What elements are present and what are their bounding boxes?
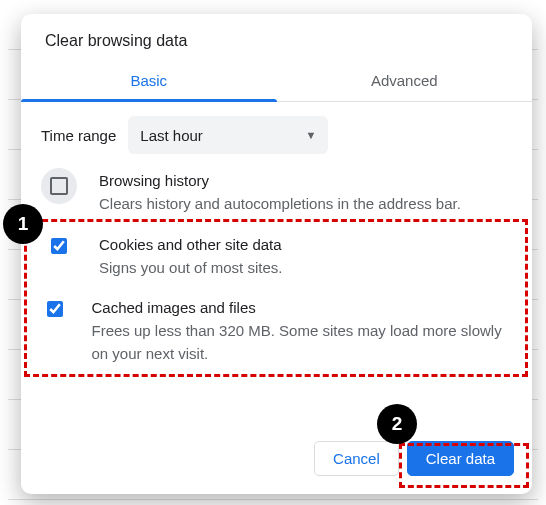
- option-browsing-history: Browsing history Clears history and auto…: [41, 172, 512, 216]
- clear-data-button[interactable]: Clear data: [407, 441, 514, 476]
- tabs: Basic Advanced: [21, 62, 532, 102]
- tab-advanced[interactable]: Advanced: [277, 62, 533, 101]
- option-desc: Frees up less than 320 MB. Some sites ma…: [92, 320, 513, 365]
- option-cache: Cached images and files Frees up less th…: [41, 299, 512, 365]
- tab-basic[interactable]: Basic: [21, 62, 277, 101]
- dialog-footer: Cancel Clear data: [21, 429, 532, 494]
- time-range-row: Time range Last hour ▼: [41, 116, 512, 154]
- option-cookies: Cookies and other site data Signs you ou…: [41, 236, 512, 280]
- dialog-content: Time range Last hour ▼ Browsing history …: [21, 102, 532, 429]
- time-range-dropdown[interactable]: Last hour ▼: [128, 116, 328, 154]
- option-title: Cached images and files: [92, 299, 513, 316]
- clear-browsing-data-dialog: Clear browsing data Basic Advanced Time …: [21, 14, 532, 494]
- option-desc: Clears history and autocompletions in th…: [99, 193, 461, 216]
- dialog-title: Clear browsing data: [21, 14, 532, 62]
- cancel-button[interactable]: Cancel: [314, 441, 399, 476]
- time-range-label: Time range: [41, 127, 116, 144]
- chevron-down-icon: ▼: [305, 129, 316, 141]
- option-title: Cookies and other site data: [99, 236, 282, 253]
- checkbox-cache[interactable]: [47, 301, 63, 317]
- option-desc: Signs you out of most sites.: [99, 257, 282, 280]
- checkbox-cookies[interactable]: [51, 238, 67, 254]
- checkbox-browsing-history[interactable]: [41, 168, 77, 204]
- option-title: Browsing history: [99, 172, 461, 189]
- time-range-value: Last hour: [140, 127, 203, 144]
- checkbox-unchecked-icon: [50, 177, 68, 195]
